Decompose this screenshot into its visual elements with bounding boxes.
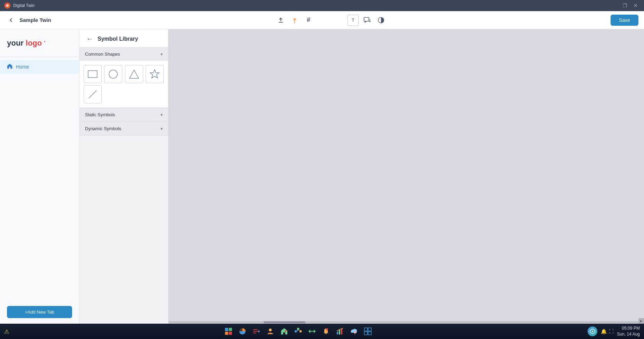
taskbar-app-home[interactable] <box>278 325 290 338</box>
accordion-static-symbols: Static Symbols ▾ <box>79 108 168 122</box>
logo-logo: logo <box>26 39 42 47</box>
shape-triangle[interactable] <box>125 65 143 83</box>
taskbar-left: ⚠ <box>4 328 9 335</box>
accordion-header-static-symbols[interactable]: Static Symbols ▾ <box>79 108 168 121</box>
canvas-area[interactable]: ▶ <box>169 29 644 324</box>
dynamic-symbols-label: Dynamic Symbols <box>85 126 121 131</box>
svg-rect-25 <box>300 330 302 332</box>
toolbar-right: Save <box>611 15 638 26</box>
horizontal-scrollbar[interactable] <box>169 321 644 324</box>
chevron-down-icon: ▾ <box>161 52 163 57</box>
hash-button[interactable]: # <box>303 15 314 26</box>
home-label: Home <box>16 64 29 70</box>
svg-rect-4 <box>364 17 369 21</box>
taskbar-time: 05:09 PM Sun, 14 Aug <box>617 325 640 337</box>
static-symbols-label: Static Symbols <box>85 112 115 117</box>
svg-rect-38 <box>368 328 371 331</box>
svg-marker-9 <box>130 70 139 78</box>
brand-icon <box>588 326 597 336</box>
contrast-button[interactable] <box>375 15 387 26</box>
shape-star[interactable] <box>146 65 164 83</box>
top-toolbar: Sample Twin # T <box>0 11 644 29</box>
text-tool-button[interactable]: T <box>348 15 359 26</box>
taskbar-expand-icon: ⛶ <box>609 329 614 334</box>
taskbar-system-icons: 🔔 ⛶ <box>601 329 614 334</box>
app-logo-icon <box>4 2 10 9</box>
accordion-header-common-shapes[interactable]: Common Shapes ▾ <box>79 47 168 61</box>
shape-circle[interactable] <box>104 65 122 83</box>
symbol-panel-content: Common Shapes ▾ <box>79 47 168 324</box>
restore-button[interactable]: ❐ <box>621 2 629 9</box>
scrollbar-thumb[interactable] <box>264 321 305 323</box>
panel-back-icon[interactable]: ← <box>86 35 93 43</box>
titlebar: Digital Twin ❐ ✕ <box>0 0 644 11</box>
shape-rectangle[interactable] <box>84 65 102 83</box>
svg-rect-32 <box>339 330 340 334</box>
svg-rect-31 <box>337 332 338 334</box>
shape-line[interactable] <box>84 85 102 103</box>
svg-rect-14 <box>225 332 228 335</box>
titlebar-left: Digital Twin <box>4 2 34 9</box>
svg-marker-10 <box>150 70 159 78</box>
svg-point-21 <box>269 332 270 334</box>
comment-button[interactable] <box>362 15 373 26</box>
warning-icon: ⚠ <box>4 328 9 335</box>
nav-sidebar: your logo • Home +Add New Tab <box>0 29 79 324</box>
taskbar-app-squares[interactable] <box>222 325 235 338</box>
chevron-down-icon-static: ▾ <box>161 112 163 117</box>
svg-point-0 <box>6 4 9 7</box>
taskbar-app-cloud[interactable] <box>348 325 360 338</box>
shapes-grid <box>84 65 164 103</box>
home-icon <box>7 63 13 70</box>
symbol-panel-header: ← Symbol Library <box>79 29 168 47</box>
svg-rect-33 <box>341 329 342 334</box>
location-button[interactable] <box>289 15 300 26</box>
main-wrapper: your logo • Home +Add New Tab <box>0 29 644 324</box>
taskbar-app-arrows[interactable] <box>306 325 318 338</box>
scrollbar-track <box>169 321 644 323</box>
svg-line-26 <box>297 330 298 331</box>
svg-rect-40 <box>368 332 371 335</box>
nav-items: Home <box>0 57 79 300</box>
upload-button[interactable] <box>275 15 286 26</box>
close-button[interactable]: ✕ <box>631 2 640 9</box>
logo-dot: • <box>44 39 45 43</box>
back-button[interactable] <box>6 15 17 26</box>
svg-rect-7 <box>88 71 97 78</box>
svg-point-8 <box>109 70 117 78</box>
taskbar-app-grid[interactable] <box>362 325 374 338</box>
taskbar-right: 🔔 ⛶ 05:09 PM Sun, 14 Aug <box>588 325 640 337</box>
toolbar-left: Sample Twin <box>6 15 51 26</box>
sidebar-item-home[interactable]: Home <box>0 60 79 74</box>
toolbar-center: # T <box>55 15 607 26</box>
accordion-dynamic-symbols: Dynamic Symbols ▾ <box>79 122 168 136</box>
logo-area: your logo • <box>0 29 79 57</box>
taskbar: ⚠ <box>0 324 644 339</box>
taskbar-app-diagram[interactable] <box>292 325 304 338</box>
svg-rect-15 <box>229 332 232 335</box>
page-title: Sample Twin <box>20 17 51 23</box>
save-button[interactable]: Save <box>611 15 638 26</box>
svg-rect-13 <box>229 328 232 331</box>
common-shapes-label: Common Shapes <box>85 52 120 57</box>
symbol-panel: ← Symbol Library Common Shapes ▾ <box>79 29 169 324</box>
svg-line-27 <box>299 330 300 331</box>
chevron-down-icon-dynamic: ▾ <box>161 126 163 131</box>
taskbar-app-list[interactable] <box>250 325 263 338</box>
common-shapes-body <box>79 61 168 108</box>
accordion-header-dynamic-symbols[interactable]: Dynamic Symbols ▾ <box>79 122 168 135</box>
svg-line-11 <box>89 90 96 98</box>
titlebar-controls: ❐ ✕ <box>621 2 640 9</box>
svg-rect-37 <box>364 328 367 331</box>
svg-point-30 <box>326 328 328 330</box>
svg-point-22 <box>285 330 287 332</box>
taskbar-app-person[interactable] <box>264 325 277 338</box>
add-tab-button[interactable]: +Add New Tab <box>7 306 72 318</box>
svg-rect-23 <box>295 330 297 332</box>
taskbar-app-chart[interactable] <box>334 325 346 338</box>
accordion-common-shapes: Common Shapes ▾ <box>79 47 168 108</box>
taskbar-app-bell[interactable] <box>320 325 332 338</box>
taskbar-center <box>222 325 374 338</box>
taskbar-app-pie[interactable] <box>236 325 249 338</box>
scroll-right-arrow[interactable]: ▶ <box>638 318 644 324</box>
